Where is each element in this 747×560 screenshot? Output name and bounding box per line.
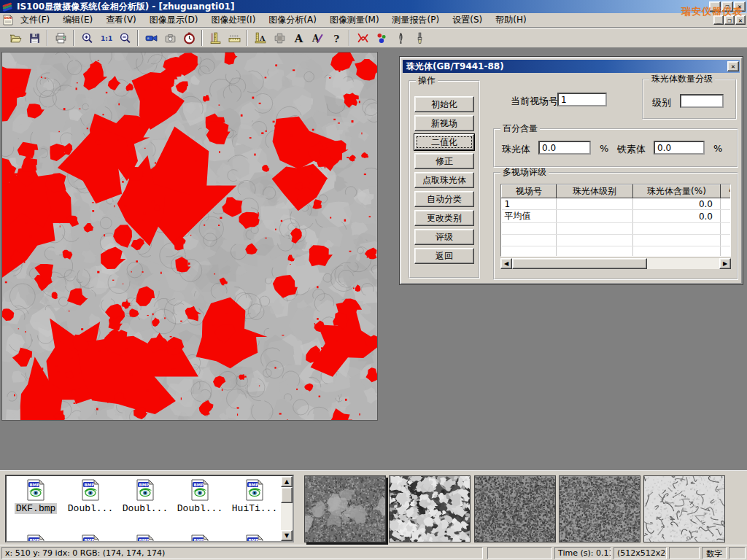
menu-view[interactable]: 查看(V) [99,12,143,28]
table-header-cell: 珠光体级别 [557,185,633,198]
scroll-down-icon[interactable]: ▼ [281,530,293,541]
restore-button[interactable]: ❐ [721,1,733,12]
scrollbar-thumb[interactable] [281,487,293,503]
close-button[interactable]: ✕ [734,1,746,12]
file-item[interactable]: BMP HuiTi... [228,479,281,514]
menu-image-process[interactable]: 图像处理(I) [204,12,262,28]
text-icon: A [293,32,305,44]
scroll-left-icon[interactable]: ◀ [500,258,512,269]
table-cell [721,198,732,210]
grading-group-label: 珠光体数量分级 [649,74,715,84]
open-folder-icon [9,32,22,44]
metallographic-image[interactable] [1,52,378,421]
table-row[interactable] [502,223,732,235]
grade-button[interactable]: 评级 [414,229,474,245]
menu-image-measure[interactable]: 图像测量(M) [323,12,386,28]
auto-classify-button[interactable]: 自动分类 [414,191,474,207]
thumbnail-5[interactable] [643,475,725,542]
help-button[interactable]: ? [327,29,346,47]
file-item[interactable]: BMP Doubl... [174,479,226,514]
binarize-button[interactable]: 二值化 [414,134,474,150]
file-item[interactable]: BMP DKF.bmp [9,479,62,514]
menu-edit[interactable]: 编辑(E) [56,12,99,28]
thumbnail-4[interactable] [559,475,640,542]
file-item[interactable]: BMP [174,534,226,542]
scroll-right-icon[interactable]: ▶ [719,258,731,269]
print-button[interactable] [51,29,70,47]
dialog-title-bar[interactable]: 珠光体(GB/T9441-88) [403,60,740,73]
save-button[interactable] [25,29,44,47]
status-spacer [729,547,746,559]
child-restore-button[interactable]: ❐ [724,15,735,25]
timer-button[interactable] [179,29,198,47]
dialog-close-button[interactable]: ✕ [727,61,739,71]
ferrite-percent-input[interactable] [654,141,705,155]
table-row[interactable]: 平均值0.0 [502,210,732,223]
file-item[interactable]: BMP Doubl... [119,479,171,514]
level-input[interactable] [680,94,724,108]
menu-image-display[interactable]: 图像显示(D) [143,12,205,28]
thumbnail-1[interactable] [304,475,386,542]
table-cell [633,246,721,257]
pearlite-percent-input[interactable] [538,141,591,155]
video-capture-button[interactable] [142,29,160,47]
new-field-button[interactable]: 新视场 [414,115,474,131]
menu-help[interactable]: 帮助(H) [489,12,533,28]
level-label: 级别 [652,96,671,109]
menu-image-analysis[interactable]: 图像分析(A) [262,12,323,28]
zoom-in-button[interactable] [77,29,96,47]
child-minimize-button[interactable]: _ [713,15,724,25]
measure-label-button[interactable]: A [251,29,270,47]
snapshot-button[interactable] [160,29,179,47]
table-header-cell: 铁素体 [721,185,732,198]
actual-size-button[interactable]: 1:1 [96,29,115,47]
measure-label-icon: A [255,32,267,44]
phase-particles-button[interactable] [372,29,391,47]
menu-file[interactable]: 文件(F) [14,12,56,28]
brush-button[interactable] [410,29,429,47]
open-button[interactable] [6,29,25,47]
file-item[interactable]: BMP [64,534,117,542]
menu-measure-report[interactable]: 测量报告(P) [386,12,446,28]
grading-group: 珠光体数量分级 级别 [642,79,737,120]
bmp-file-icon: BMP [136,534,155,542]
table-row[interactable] [502,246,732,257]
minimize-button[interactable]: _ [709,1,721,12]
menu-settings[interactable]: 设置(S) [446,12,489,28]
file-item[interactable]: BMP [119,534,171,542]
merge-button[interactable] [270,29,289,47]
thumbnail-2[interactable] [389,475,471,542]
annotate-button[interactable]: A [308,29,327,47]
return-button[interactable]: 返回 [414,248,474,264]
table-horizontal-scrollbar[interactable]: ◀ ▶ [500,258,731,269]
ruler-button[interactable] [225,29,244,47]
child-close-button[interactable]: ✕ [735,15,746,25]
file-item[interactable]: BMP [9,534,62,542]
change-class-button[interactable]: 更改类别 [414,210,474,226]
init-button[interactable]: 初始化 [414,96,474,112]
table-row[interactable] [502,235,732,246]
actual-size-icon: 1:1 [100,32,112,44]
caliper-button[interactable] [206,29,225,47]
table-row[interactable]: 10.0 [502,198,732,210]
pick-pearlite-button[interactable]: 点取珠光体 [414,172,474,188]
scroll-up-icon[interactable]: ▲ [281,476,293,487]
scrollbar-thumb[interactable] [512,258,647,269]
file-item[interactable]: BMP [228,534,281,542]
file-list-scrollbar[interactable]: ▲ ▼ [281,476,293,541]
thumbnail-3[interactable] [474,475,556,542]
curve-cut-button[interactable] [353,29,372,47]
bmp-file-icon: BMP [245,479,264,501]
table-cell [721,235,732,246]
toolbar-separator [349,30,350,46]
correct-button[interactable]: 修正 [414,153,474,169]
zoom-out-button[interactable] [115,29,134,47]
table-cell: 平均值 [502,210,557,223]
pen-button[interactable] [391,29,410,47]
status-spacer [669,547,700,559]
table-cell [557,210,633,223]
file-item[interactable]: BMP Doubl... [64,479,117,514]
current-field-input[interactable] [557,93,607,106]
svg-text:BMP: BMP [194,483,204,487]
text-button[interactable]: A [289,29,308,47]
